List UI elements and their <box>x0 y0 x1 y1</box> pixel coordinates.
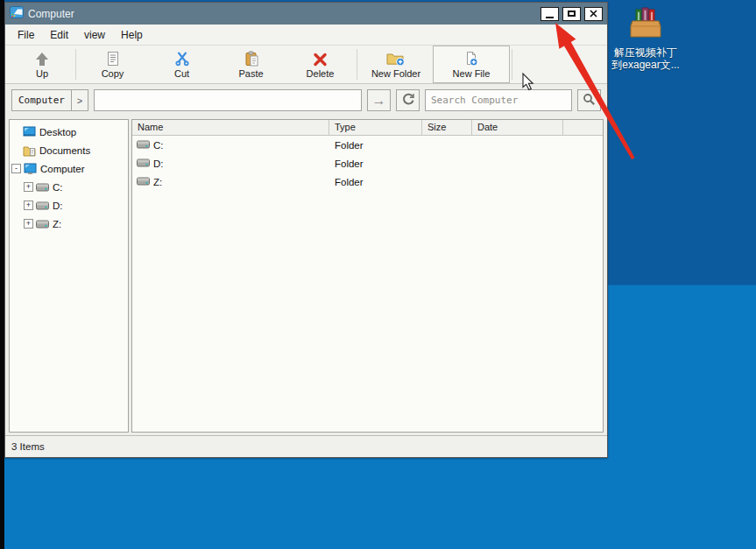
new-file-label: New File <box>453 68 491 79</box>
tree-item-drive-d[interactable]: + D: <box>10 196 128 215</box>
drive-icon <box>36 182 49 193</box>
expand-expander-icon[interactable]: + <box>24 182 33 192</box>
table-row-drive-z[interactable]: Z: Folder <box>132 172 603 191</box>
up-arrow-icon <box>33 50 51 67</box>
search-button[interactable] <box>577 89 601 111</box>
file-manager-app-icon <box>10 6 24 22</box>
window-title: Computer <box>28 8 74 20</box>
address-bar: Computer > → <box>5 84 607 116</box>
shortcut-label-line2: 到exagear文... <box>611 59 681 71</box>
tree-item-desktop[interactable]: Desktop <box>10 123 128 141</box>
close-button[interactable] <box>584 7 603 21</box>
cell-type: Folder <box>329 158 422 169</box>
shortcut-label-line1: 解压视频补丁 <box>611 46 681 59</box>
status-text: 3 Items <box>11 441 45 452</box>
new-folder-button[interactable]: New Folder <box>359 46 433 83</box>
copy-icon <box>105 50 121 67</box>
cut-label: Cut <box>174 68 189 79</box>
new-folder-label: New Folder <box>371 68 420 79</box>
menu-file[interactable]: File <box>10 26 42 44</box>
menu-help[interactable]: Help <box>113 26 151 44</box>
column-header-date[interactable]: Date <box>472 120 563 135</box>
up-label: Up <box>36 68 48 79</box>
toolbar-separator <box>75 49 76 80</box>
tree-label: Computer <box>40 164 85 174</box>
monitor-icon <box>24 163 37 175</box>
up-button[interactable]: Up <box>11 46 74 83</box>
tree-item-computer[interactable]: - Computer <box>10 159 128 178</box>
minimize-icon <box>546 17 554 18</box>
maximize-icon <box>568 11 576 17</box>
drive-icon <box>36 219 49 229</box>
cut-button[interactable]: Cut <box>147 46 216 83</box>
cell-type: Folder <box>329 177 422 187</box>
toolbar-separator <box>357 49 357 80</box>
drive-icon <box>137 139 150 151</box>
column-header-type[interactable]: Type <box>329 120 422 135</box>
new-file-icon <box>463 50 479 67</box>
refresh-button[interactable] <box>396 89 420 111</box>
drive-icon <box>137 176 150 188</box>
refresh-icon <box>402 93 414 109</box>
toolbar-separator <box>512 49 512 80</box>
tree-label: Desktop <box>39 127 76 137</box>
paste-button[interactable]: Paste <box>216 46 286 83</box>
cell-name: D: <box>153 158 164 169</box>
close-icon <box>590 7 597 20</box>
main-area: Desktop Documents - Computer + <box>5 116 607 435</box>
tree-label: Z: <box>53 219 61 229</box>
table-row-drive-d[interactable]: D: Folder <box>132 154 603 172</box>
list-header: Name Type Size Date <box>132 120 603 136</box>
breadcrumb-computer[interactable]: Computer <box>11 89 71 111</box>
drive-icon <box>137 158 150 170</box>
column-header-size[interactable]: Size <box>422 120 472 135</box>
expand-expander-icon[interactable]: + <box>24 201 33 210</box>
monitor-icon <box>23 126 36 138</box>
copy-label: Copy <box>102 68 124 79</box>
search-input[interactable] <box>425 89 572 111</box>
file-list: Name Type Size Date C: Folder <box>131 119 604 433</box>
delete-icon <box>313 50 328 67</box>
status-bar: 3 Items <box>5 435 607 457</box>
minimize-button[interactable] <box>541 7 559 21</box>
folder-tree: Desktop Documents - Computer + <box>9 119 129 433</box>
tree-label: Documents <box>39 145 90 156</box>
new-file-button[interactable]: New File <box>433 46 510 83</box>
cut-icon <box>174 50 190 67</box>
tree-label: D: <box>53 201 63 211</box>
tree-item-drive-z[interactable]: + Z: <box>10 215 128 233</box>
delete-label: Delete <box>307 68 335 79</box>
file-manager-window: Computer File Edit view Help Up <box>4 2 608 458</box>
go-arrow-icon: → <box>372 94 386 108</box>
delete-button[interactable]: Delete <box>286 46 355 83</box>
expand-expander-icon[interactable]: + <box>24 219 33 229</box>
desktop-screen: 解压视频补丁 到exagear文... Computer <box>0 0 756 549</box>
desktop-shortcut-exagear-patch[interactable]: 解压视频补丁 到exagear文... <box>611 5 681 71</box>
drive-icon <box>36 201 49 211</box>
menu-edit[interactable]: Edit <box>42 26 76 44</box>
window-controls <box>541 7 603 21</box>
column-header-filler <box>563 120 603 135</box>
tree-label: C: <box>53 182 63 193</box>
archive-box-icon <box>625 28 666 43</box>
collapse-expander-icon[interactable]: - <box>11 164 21 173</box>
tree-item-drive-c[interactable]: + C: <box>10 178 128 196</box>
cell-name: Z: <box>153 177 162 187</box>
breadcrumb: Computer > <box>11 89 88 111</box>
tree-item-documents[interactable]: Documents <box>10 141 128 159</box>
new-folder-icon <box>386 50 406 67</box>
paste-icon <box>244 50 259 67</box>
path-input[interactable] <box>94 89 362 111</box>
copy-button[interactable]: Copy <box>78 46 147 83</box>
titlebar[interactable]: Computer <box>5 3 607 25</box>
table-row-drive-c[interactable]: C: Folder <box>132 136 603 154</box>
folder-icon <box>23 144 36 157</box>
go-button[interactable]: → <box>367 89 391 111</box>
cell-type: Folder <box>329 140 422 151</box>
menu-view[interactable]: view <box>76 26 113 44</box>
toolbar: Up Copy <box>5 46 607 84</box>
column-header-name[interactable]: Name <box>132 120 329 135</box>
breadcrumb-chevron-icon[interactable]: > <box>71 89 88 111</box>
menubar: File Edit view Help <box>5 25 607 46</box>
maximize-button[interactable] <box>562 7 581 21</box>
